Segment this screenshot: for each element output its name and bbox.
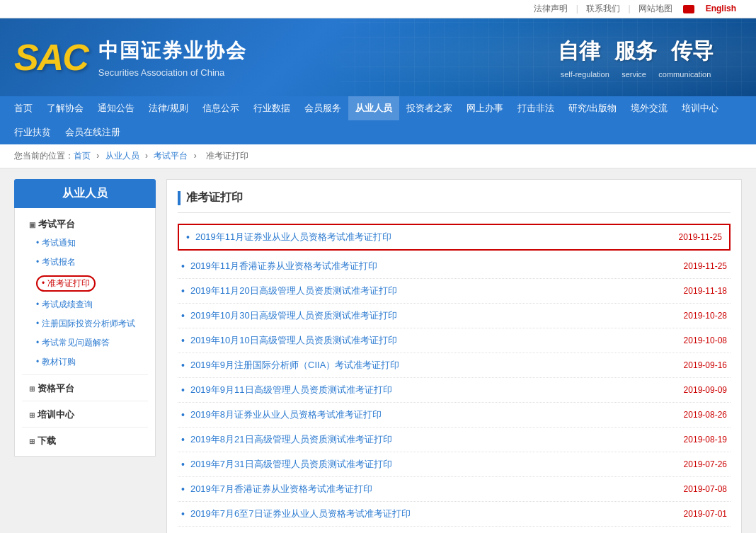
breadcrumb-staff[interactable]: 从业人员 — [105, 151, 139, 161]
breadcrumb-home[interactable]: 首页 — [74, 151, 91, 161]
sidebar-item-ciia[interactable]: • 注册国际投资分析师考试 — [15, 314, 155, 333]
news-link-10[interactable]: 2019年7月31日高级管理人员资质测试准考证打印 — [190, 458, 670, 471]
nav-item-info[interactable]: 信息公示 — [195, 96, 246, 120]
nav-link-research[interactable]: 研究/出版物 — [561, 96, 624, 120]
header-slogans: 自律 服务 传导 self-regulation service communi… — [558, 37, 714, 79]
nav-link-law[interactable]: 法律/规则 — [142, 96, 195, 120]
nav-item-investor[interactable]: 投资者之家 — [399, 96, 459, 120]
bullet-12: • — [181, 508, 185, 520]
news-item-5: • 2019年10月10日高级管理人员资质测试准考证打印 2019-10-08 — [178, 328, 731, 353]
main-content: 准考证打印 • 2019年11月证券业从业人员资格考试准考证打印 2019-11… — [166, 179, 742, 533]
nav-item-research[interactable]: 研究/出版物 — [561, 96, 624, 120]
nav-link-staff[interactable]: 从业人员 — [348, 96, 399, 120]
news-link-3[interactable]: 2019年11月20日高级管理人员资质测试准考证打印 — [190, 285, 670, 297]
sidebar-item-score-query[interactable]: • 考试成绩查询 — [15, 295, 155, 314]
news-list: • 2019年11月证券业从业人员资格考试准考证打印 2019-11-25 • … — [178, 224, 731, 527]
news-link-7[interactable]: 2019年9月11日高级管理人员资质测试准考证打印 — [190, 384, 670, 396]
admission-link[interactable]: • 准考证打印 — [36, 275, 96, 292]
english-link[interactable]: English — [706, 4, 736, 13]
nav-link-anti[interactable]: 打击非法 — [510, 96, 561, 120]
nav-item-register[interactable]: 会员在线注册 — [58, 120, 127, 144]
nav-link-home[interactable]: 首页 — [7, 96, 40, 120]
sitemap-link[interactable]: 网站地图 — [638, 4, 672, 13]
nav-item-home[interactable]: 首页 — [7, 96, 40, 120]
breadcrumb-current: 准考证打印 — [206, 151, 248, 161]
nav-item-notice[interactable]: 通知公告 — [91, 96, 142, 120]
nav-link-notice[interactable]: 通知公告 — [91, 96, 142, 120]
sidebar-item-admission[interactable]: • 准考证打印 — [15, 272, 155, 295]
exam-register-link[interactable]: • 考试报名 — [36, 257, 76, 267]
flag-icon — [683, 5, 694, 13]
content-wrapper: 从业人员 ▣ 考试平台 • 考试通知 • 考试报名 • 准考证打印 • 考试成绩… — [0, 168, 756, 533]
sidebar-content: ▣ 考试平台 • 考试通知 • 考试报名 • 准考证打印 • 考试成绩查询 • … — [14, 208, 156, 457]
logo-section: SAC 中国证券业协会 Securities Association of Ch… — [14, 36, 247, 79]
logo-chinese: 中国证券业协会 — [98, 38, 247, 64]
nav-link-info[interactable]: 信息公示 — [195, 96, 246, 120]
news-link-11[interactable]: 2019年7月香港证券从业资格考试准考证打印 — [190, 483, 670, 495]
legal-notice-link[interactable]: 法律声明 — [534, 4, 568, 13]
toggle-download-icon: ⊞ — [29, 437, 35, 445]
breadcrumb: 您当前的位置：首页 › 从业人员 › 考试平台 › 准考证打印 — [0, 144, 756, 168]
nav-item-member[interactable]: 会员服务 — [297, 96, 348, 120]
section-title: 准考证打印 — [186, 190, 243, 205]
news-item-10: • 2019年7月31日高级管理人员资质测试准考证打印 2019-07-26 — [178, 452, 731, 477]
news-link-9[interactable]: 2019年8月21日高级管理人员资质测试准考证打印 — [190, 433, 670, 446]
news-link-6[interactable]: 2019年9月注册国际分析师（CIIA）考试准考证打印 — [190, 359, 670, 372]
exam-notice-link[interactable]: • 考试通知 — [36, 238, 76, 248]
nav-item-training[interactable]: 培训中心 — [675, 96, 726, 120]
faq-link[interactable]: • 考试常见问题解答 — [36, 338, 110, 348]
section-header: 准考证打印 — [178, 190, 731, 213]
news-item-1: • 2019年11月证券业从业人员资格考试准考证打印 2019-11-25 — [178, 224, 731, 251]
nav-item-online[interactable]: 网上办事 — [459, 96, 510, 120]
divider-download — [22, 427, 148, 428]
sidebar-section-qualification[interactable]: ⊞ 资格平台 — [15, 378, 155, 398]
nav-item-data[interactable]: 行业数据 — [246, 96, 297, 120]
news-link-12[interactable]: 2019年7月6至7日证券业从业人员资格考试准考证打印 — [190, 508, 670, 520]
nav-link-data[interactable]: 行业数据 — [246, 96, 297, 120]
news-link-4[interactable]: 2019年10月30日高级管理人员资质测试准考证打印 — [190, 309, 670, 322]
sidebar-section-exam-platform[interactable]: ▣ 考试平台 — [15, 214, 155, 234]
nav-item-overseas[interactable]: 境外交流 — [624, 96, 675, 120]
news-date-11: 2019-07-08 — [684, 484, 727, 494]
sidebar-item-textbook[interactable]: • 教材订购 — [15, 353, 155, 372]
nav-item-staff[interactable]: 从业人员 — [348, 96, 399, 120]
section-header-bar — [178, 191, 181, 205]
contact-link[interactable]: 联系我们 — [586, 4, 620, 13]
main-nav: 首页 了解协会 通知公告 法律/规则 信息公示 行业数据 会员服务 从业人员 投… — [0, 96, 756, 144]
nav-item-about[interactable]: 了解协会 — [40, 96, 91, 120]
nav-link-register[interactable]: 会员在线注册 — [58, 120, 127, 144]
sidebar-item-exam-register[interactable]: • 考试报名 — [15, 253, 155, 272]
nav-link-member[interactable]: 会员服务 — [297, 96, 348, 120]
sidebar-section-training[interactable]: ⊞ 培训中心 — [15, 404, 155, 424]
ciia-link[interactable]: • 注册国际投资分析师考试 — [36, 319, 135, 328]
nav-item-industry[interactable]: 行业扶贫 — [7, 120, 58, 144]
nav-item-anti[interactable]: 打击非法 — [510, 96, 561, 120]
toggle-exam-icon: ▣ — [29, 221, 35, 229]
nav-link-about[interactable]: 了解协会 — [40, 96, 91, 120]
nav-link-online[interactable]: 网上办事 — [459, 96, 510, 120]
divider-qual — [22, 374, 148, 375]
news-date-3: 2019-11-18 — [684, 286, 727, 296]
news-link-2[interactable]: 2019年11月香港证券从业资格考试准考证打印 — [190, 260, 670, 273]
sidebar-section-download[interactable]: ⊞ 下载 — [15, 430, 155, 450]
nav-link-training[interactable]: 培训中心 — [675, 96, 726, 120]
nav-link-overseas[interactable]: 境外交流 — [624, 96, 675, 120]
breadcrumb-exam-platform[interactable]: 考试平台 — [154, 151, 188, 161]
bullet-11: • — [181, 483, 185, 495]
news-link-8[interactable]: 2019年8月证券业从业人员资格考试准考证打印 — [190, 408, 670, 421]
news-date-9: 2019-08-19 — [684, 435, 727, 445]
news-date-6: 2019-09-16 — [684, 360, 727, 370]
sidebar-item-faq[interactable]: • 考试常见问题解答 — [15, 333, 155, 353]
download-label: 下载 — [38, 435, 56, 447]
textbook-link[interactable]: • 教材订购 — [36, 357, 76, 367]
score-query-link[interactable]: • 考试成绩查询 — [36, 299, 93, 309]
news-link-5[interactable]: 2019年10月10日高级管理人员资质测试准考证打印 — [190, 334, 670, 347]
bullet-4: • — [181, 310, 185, 321]
nav-item-law[interactable]: 法律/规则 — [142, 96, 195, 120]
news-date-12: 2019-07-01 — [684, 509, 727, 519]
nav-link-investor[interactable]: 投资者之家 — [399, 96, 459, 120]
sidebar-item-exam-notice[interactable]: • 考试通知 — [15, 234, 155, 253]
news-link-1[interactable]: 2019年11月证券业从业人员资格考试准考证打印 — [195, 231, 665, 243]
bullet-7: • — [181, 384, 185, 396]
nav-link-industry[interactable]: 行业扶贫 — [7, 120, 58, 144]
